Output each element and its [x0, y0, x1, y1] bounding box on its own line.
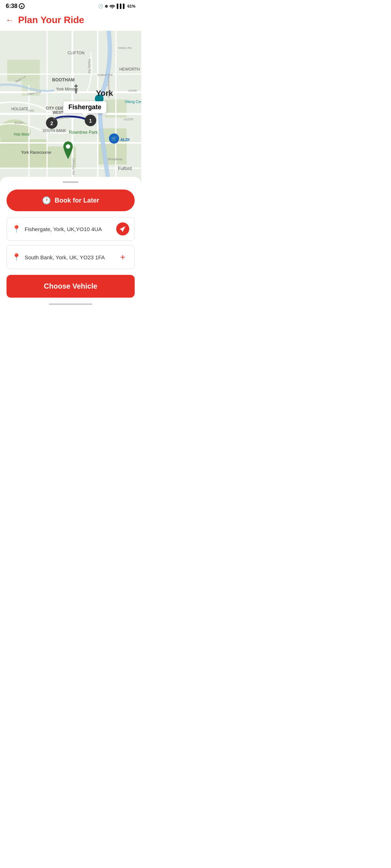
back-button[interactable]: ←: [6, 16, 14, 25]
header: ← Plan Your Ride: [0, 11, 141, 31]
pickup-location-row[interactable]: 📍 Fishergate, York, UK,YO10 4UA: [7, 217, 135, 241]
battery-icon: 61%: [127, 4, 135, 8]
svg-text:York Minster: York Minster: [56, 87, 78, 91]
destination-pin-icon: 📍: [12, 253, 21, 261]
svg-text:🛒: 🛒: [111, 136, 117, 142]
destination-location-row[interactable]: 📍 South Bank, York, UK, YO23 1FA +: [7, 245, 135, 269]
svg-text:B1224: B1224: [14, 121, 23, 124]
pickup-address: Fishergate, York, UK,YO10 4UA: [25, 226, 116, 232]
status-left: 6:38 ▲: [6, 3, 25, 9]
svg-text:WEST: WEST: [53, 111, 63, 115]
wifi-icon: [109, 4, 115, 9]
svg-text:Viking Centre: Viking Centre: [125, 100, 141, 104]
pickup-pin-icon: 📍: [12, 225, 21, 233]
status-bar: 6:38 ▲ 🕐 ⊕ ▌▌▌ 61%: [0, 0, 141, 11]
svg-text:Malton Rd: Malton Rd: [118, 46, 131, 50]
clock-icon: 🕐: [42, 196, 51, 205]
svg-text:Fulford: Fulford: [118, 166, 131, 171]
svg-text:1: 1: [89, 118, 92, 124]
svg-point-22: [66, 144, 70, 149]
svg-text:Rowntree Park: Rowntree Park: [69, 130, 98, 135]
svg-text:A1079: A1079: [124, 118, 133, 121]
svg-text:A59: A59: [28, 109, 34, 112]
svg-text:Othorpe Rd: Othorpe Rd: [72, 158, 75, 175]
svg-text:SOUTH BANK: SOUTH BANK: [42, 129, 66, 133]
drag-handle: [63, 181, 79, 183]
book-later-label: Book for Later: [55, 197, 99, 204]
add-stop-button[interactable]: +: [116, 251, 129, 264]
navigate-button[interactable]: [116, 222, 129, 235]
bottom-panel: 🕐 Book for Later 📍 Fishergate, York, UK,…: [0, 177, 141, 312]
svg-text:Hob Moor: Hob Moor: [14, 132, 30, 136]
svg-text:Haxby Rd: Haxby Rd: [88, 59, 91, 73]
bluetooth-icon: ⊕: [105, 4, 108, 9]
destination-address: South Bank, York, UK, YO23 1FA: [25, 254, 116, 260]
svg-text:York Racecourse: York Racecourse: [21, 150, 51, 154]
map-tooltip: Fishergate: [63, 101, 106, 113]
svg-text:CLIFTON: CLIFTON: [68, 51, 85, 55]
alarm-icon: 🕐: [98, 4, 103, 9]
svg-text:HOLGATE: HOLGATE: [11, 107, 28, 111]
svg-text:Malton Rd: Malton Rd: [97, 73, 112, 77]
svg-text:HEWORTH: HEWORTH: [119, 67, 140, 71]
svg-text:Broadway: Broadway: [108, 157, 123, 161]
svg-text:ALDI: ALDI: [120, 137, 130, 142]
svg-text:2: 2: [50, 120, 53, 126]
svg-text:A1036: A1036: [128, 89, 137, 92]
status-app-icon: ▲: [19, 3, 25, 9]
york-label: York: [96, 89, 113, 98]
home-indicator: [49, 303, 92, 305]
book-later-button[interactable]: 🕐 Book for Later: [7, 190, 135, 211]
signal-icon: ▌▌▌: [117, 4, 126, 9]
status-right: 🕐 ⊕ ▌▌▌ 61%: [98, 4, 135, 9]
status-time: 6:38: [6, 3, 17, 9]
plus-icon: +: [120, 253, 125, 261]
svg-text:BOOTHAM: BOOTHAM: [52, 77, 75, 82]
page-title: Plan Your Ride: [18, 14, 84, 26]
choose-vehicle-button[interactable]: Choose Vehicle: [7, 275, 135, 298]
map-area[interactable]: 1 2 🛒 CLIFTON BOOTHAM HOLGATE CITY CENTR…: [0, 31, 141, 183]
